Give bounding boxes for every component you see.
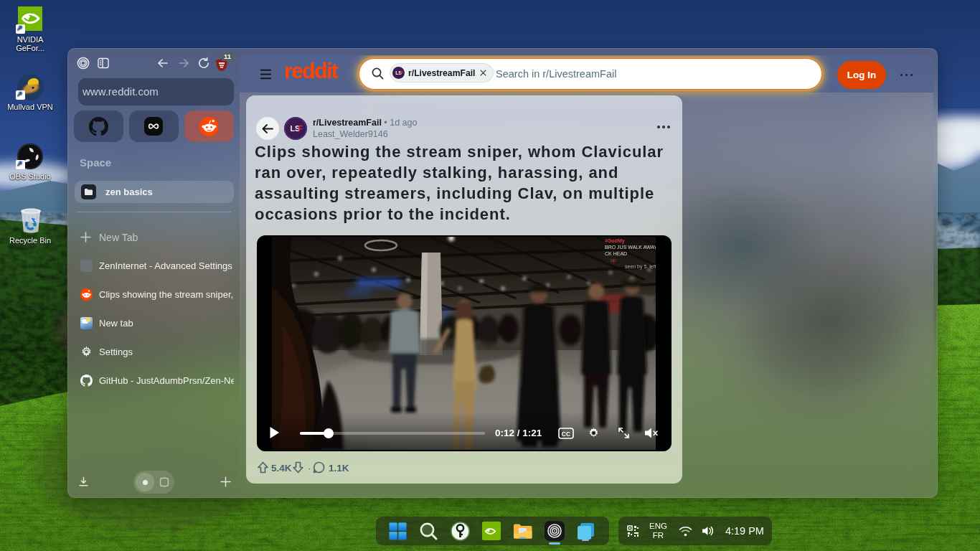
svg-text:F: F (400, 70, 403, 75)
svg-text:CC: CC (562, 430, 570, 438)
svg-text:F: F (298, 124, 303, 133)
